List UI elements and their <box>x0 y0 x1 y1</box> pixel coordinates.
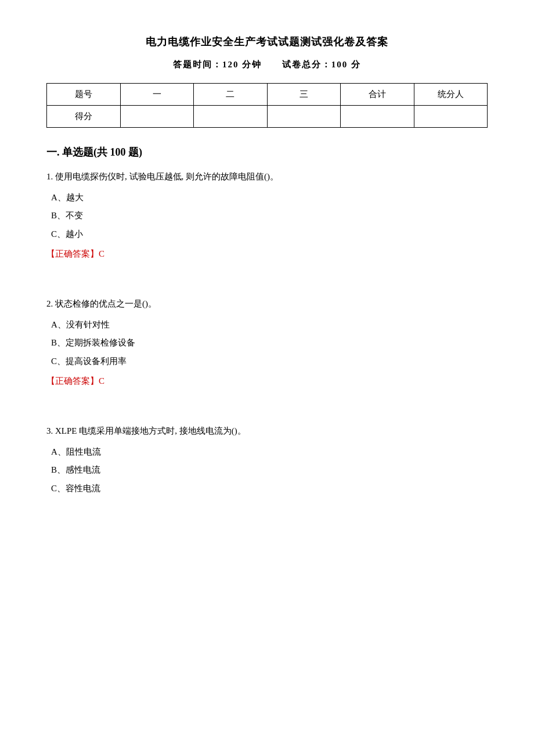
table-header-row: 题号 一 二 三 合计 统分人 <box>47 84 488 106</box>
score-cell-2 <box>194 106 268 128</box>
page-title: 电力电缆作业安全生产考试试题测试强化卷及答案 <box>46 35 488 49</box>
col-header-5: 统分人 <box>414 84 488 106</box>
question-3: 3. XLPE 电缆采用单端接地方式时, 接地线电流为()。 A、阻性电流 B、… <box>46 424 488 496</box>
col-header-4: 合计 <box>341 84 414 106</box>
score-cell-3 <box>267 106 341 128</box>
question-2-option-a: A、没有针对性 <box>51 318 488 333</box>
question-1-answer: 【正确答案】C <box>46 249 488 260</box>
question-1-option-b: B、不变 <box>51 208 488 224</box>
question-3-text: 3. XLPE 电缆采用单端接地方式时, 接地线电流为()。 <box>46 424 488 439</box>
question-1: 1. 使用电缆探伤仪时, 试验电压越低, 则允许的故障电阻值()。 A、越大 B… <box>46 170 488 260</box>
question-1-option-a: A、越大 <box>51 190 488 206</box>
question-2-option-c: C、提高设备利用率 <box>51 354 488 369</box>
col-header-1: 一 <box>120 84 194 106</box>
score-label: 试卷总分：100 分 <box>282 60 361 69</box>
score-cell-total <box>341 106 414 128</box>
question-3-option-c: C、容性电流 <box>51 481 488 496</box>
exam-info: 答题时间：120 分钟 试卷总分：100 分 <box>46 59 488 70</box>
score-cell-grader <box>414 106 488 128</box>
question-2-text: 2. 状态检修的优点之一是()。 <box>46 297 488 312</box>
question-1-text: 1. 使用电缆探伤仪时, 试验电压越低, 则允许的故障电阻值()。 <box>46 170 488 185</box>
question-1-option-c: C、越小 <box>51 227 488 242</box>
col-header-2: 二 <box>194 84 268 106</box>
question-2-option-b: B、定期拆装检修设备 <box>51 336 488 351</box>
question-3-option-b: B、感性电流 <box>51 463 488 478</box>
question-2-answer: 【正确答案】C <box>46 376 488 387</box>
time-label: 答题时间：120 分钟 <box>173 60 262 69</box>
score-cell-1 <box>120 106 194 128</box>
table-score-row: 得分 <box>47 106 488 128</box>
score-table: 题号 一 二 三 合计 统分人 得分 <box>46 83 488 128</box>
col-header-3: 三 <box>267 84 341 106</box>
question-3-option-a: A、阻性电流 <box>51 445 488 460</box>
col-header-0: 题号 <box>47 84 121 106</box>
score-row-label: 得分 <box>47 106 121 128</box>
question-2: 2. 状态检修的优点之一是()。 A、没有针对性 B、定期拆装检修设备 C、提高… <box>46 297 488 387</box>
section1-title: 一. 单选题(共 100 题) <box>46 145 488 159</box>
